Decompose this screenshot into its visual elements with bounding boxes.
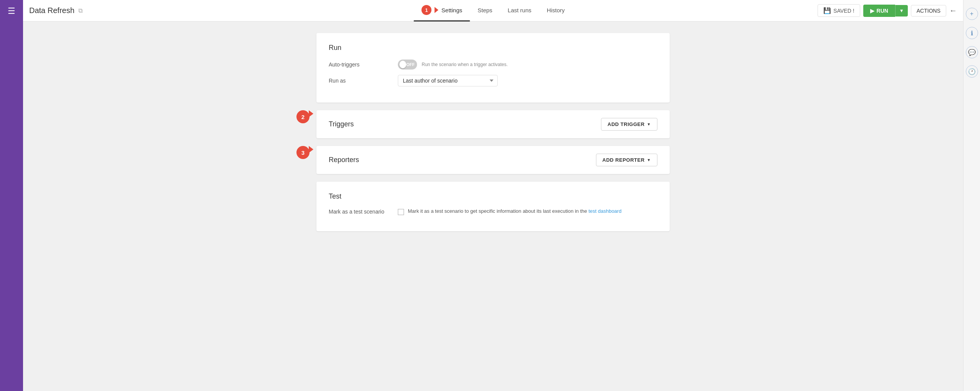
right-icon-chat[interactable]: 💬 <box>966 46 978 58</box>
test-field-row: Mark as a test scenario Mark it as a tes… <box>329 208 657 215</box>
auto-triggers-toggle[interactable]: OFF <box>398 60 417 70</box>
tab-last-runs[interactable]: Last runs <box>500 0 539 22</box>
triggers-title: Triggers <box>329 120 354 128</box>
test-desc-prefix: Mark it as a test scenario to get specif… <box>408 208 588 214</box>
right-icon-info[interactable]: ℹ <box>966 27 978 39</box>
reporters-title: Reporters <box>329 156 359 164</box>
right-icon-clock[interactable]: 🕐 <box>966 65 978 78</box>
saved-button[interactable]: 💾 SAVED ! <box>818 4 860 17</box>
toggle-off-label: OFF <box>406 62 415 67</box>
right-icon-plus[interactable]: + <box>966 8 978 20</box>
tab-settings[interactable]: 1 Settings <box>414 0 470 22</box>
toggle-description: Run the scenario when a trigger activate… <box>422 62 508 67</box>
actions-label: ACTIONS <box>917 8 940 14</box>
run-card: Run Auto-triggers OFF Run the scenario w… <box>316 33 670 103</box>
content-area: Run Auto-triggers OFF Run the scenario w… <box>23 22 963 391</box>
triggers-card: Triggers ADD TRIGGER ▼ <box>316 110 670 138</box>
run-as-select[interactable]: Last author of scenario <box>398 75 498 86</box>
app-title: Data Refresh <box>29 6 74 15</box>
run-button-group: ▶ RUN ▼ <box>863 5 908 17</box>
test-card-title: Test <box>329 192 657 200</box>
nav-tabs: 1 Settings Steps Last runs History <box>414 0 573 22</box>
add-reporter-label: ADD REPORTER <box>603 157 645 163</box>
save-icon: 💾 <box>823 7 831 14</box>
toggle-track: OFF <box>398 60 417 70</box>
test-card: Test Mark as a test scenario Mark it as … <box>316 182 670 231</box>
reporters-card: Reporters ADD REPORTER ▼ <box>316 146 670 174</box>
run-as-row: Run as Last author of scenario <box>329 75 657 86</box>
sidebar: ☰ <box>0 0 23 391</box>
reporters-badge: 3 <box>296 146 310 159</box>
tab-settings-label: Settings <box>442 7 462 13</box>
saved-label: SAVED ! <box>833 8 854 14</box>
auto-triggers-label: Auto-triggers <box>329 61 398 68</box>
back-button[interactable]: ← <box>949 6 957 15</box>
tab-last-runs-label: Last runs <box>508 7 531 13</box>
tab-settings-inner: 1 Settings <box>422 5 462 15</box>
test-field-label: Mark as a test scenario <box>329 209 398 215</box>
run-card-title: Run <box>329 44 657 52</box>
run-dropdown-button[interactable]: ▼ <box>895 5 908 17</box>
triggers-section-wrapper: 2 Triggers ADD TRIGGER ▼ <box>316 110 670 138</box>
app-title-area: Data Refresh ⧉ <box>29 6 83 15</box>
tab-history-label: History <box>547 7 565 13</box>
nav-right: 💾 SAVED ! ▶ RUN ▼ ACTIONS ← <box>818 4 957 17</box>
toggle-thumb <box>399 61 406 68</box>
copy-icon[interactable]: ⧉ <box>78 7 83 14</box>
tab-badge-1: 1 <box>422 5 432 15</box>
auto-triggers-row: Auto-triggers OFF Run the scenario when … <box>329 60 657 70</box>
toggle-container: OFF Run the scenario when a trigger acti… <box>398 60 508 70</box>
tab-history[interactable]: History <box>539 0 573 22</box>
test-checkbox[interactable] <box>398 209 404 215</box>
top-nav: Data Refresh ⧉ 1 Settings Steps Last run… <box>23 0 963 22</box>
checkbox-area: Mark it as a test scenario to get specif… <box>398 208 621 215</box>
back-icon: ← <box>949 6 957 15</box>
add-reporter-arrow: ▼ <box>647 158 651 162</box>
triggers-badge: 2 <box>296 110 310 123</box>
reporters-section-wrapper: 3 Reporters ADD REPORTER ▼ <box>316 146 670 174</box>
add-reporter-button[interactable]: ADD REPORTER ▼ <box>596 154 657 166</box>
run-button[interactable]: ▶ RUN <box>863 5 895 17</box>
run-as-label: Run as <box>329 78 398 84</box>
reporters-badge-arrow <box>309 146 313 153</box>
tab-badge-arrow <box>435 7 439 13</box>
test-dashboard-link[interactable]: test dashboard <box>588 208 621 214</box>
content-inner: Run Auto-triggers OFF Run the scenario w… <box>309 33 677 231</box>
add-trigger-arrow: ▼ <box>647 122 651 126</box>
tab-steps-label: Steps <box>478 7 492 13</box>
run-label: RUN <box>877 8 888 14</box>
add-trigger-label: ADD TRIGGER <box>608 121 645 127</box>
triggers-badge-arrow <box>309 110 313 117</box>
test-description: Mark it as a test scenario to get specif… <box>408 208 621 214</box>
add-trigger-button[interactable]: ADD TRIGGER ▼ <box>601 118 657 131</box>
main-wrapper: Data Refresh ⧉ 1 Settings Steps Last run… <box>23 0 963 391</box>
tab-steps[interactable]: Steps <box>470 0 500 22</box>
right-sidebar: + ℹ 💬 🕐 <box>963 0 980 391</box>
actions-button[interactable]: ACTIONS <box>911 5 946 17</box>
menu-icon[interactable]: ☰ <box>8 7 15 15</box>
run-play-icon: ▶ <box>870 8 874 14</box>
